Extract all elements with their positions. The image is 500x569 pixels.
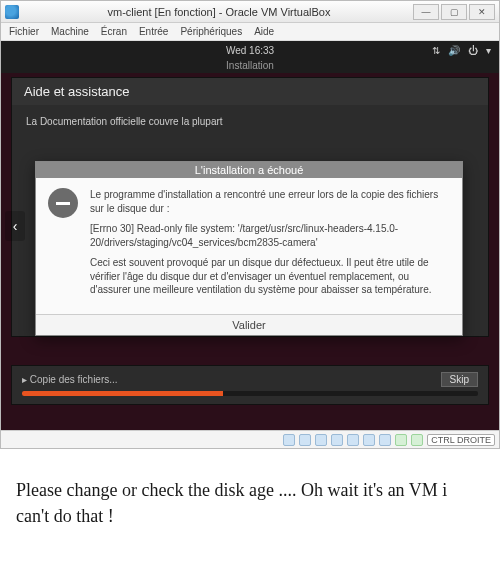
error-body: Le programme d'installation a rencontré … (36, 178, 462, 314)
virtualbox-icon (5, 5, 19, 19)
meme-caption: Please change or check the disk age ....… (0, 449, 500, 529)
menu-fichier[interactable]: Fichier (9, 26, 39, 37)
progress-fill (22, 391, 223, 396)
status-hdd-icon[interactable] (283, 434, 295, 446)
skip-button[interactable]: Skip (441, 372, 478, 387)
status-recording-icon[interactable] (395, 434, 407, 446)
window-title: vm-client [En fonction] - Oracle VM Virt… (25, 6, 413, 18)
status-usb-icon[interactable] (347, 434, 359, 446)
error-text: Le programme d'installation a rencontré … (90, 188, 450, 304)
host-key-indicator: CTRL DROITE (427, 434, 495, 446)
status-network-icon[interactable] (331, 434, 343, 446)
menu-peripheriques[interactable]: Périphériques (180, 26, 242, 37)
guest-display: Wed 16:33 ⇅ 🔊 ⏻ ▾ Installation Aide et a… (1, 41, 499, 431)
virtualbox-titlebar: vm-client [En fonction] - Oracle VM Virt… (1, 1, 499, 23)
maximize-button[interactable]: ▢ (441, 4, 467, 20)
system-menu-icon[interactable]: ▾ (486, 45, 491, 56)
gnome-top-bar: Wed 16:33 ⇅ 🔊 ⏻ ▾ (1, 41, 499, 59)
status-optical-icon[interactable] (299, 434, 311, 446)
expand-icon[interactable]: ▸ (22, 374, 27, 385)
menu-ecran[interactable]: Écran (101, 26, 127, 37)
status-cpu-icon[interactable] (411, 434, 423, 446)
error-line-2: [Errno 30] Read-only file system: '/targ… (90, 222, 450, 249)
copy-text: Copie des fichiers... (30, 374, 118, 385)
error-icon (48, 188, 78, 218)
network-icon[interactable]: ⇅ (432, 45, 440, 56)
error-dialog: L'installation a échoué Le programme d'i… (35, 161, 463, 336)
status-display-icon[interactable] (379, 434, 391, 446)
activity-label: Installation (1, 59, 499, 73)
close-button[interactable]: ✕ (469, 4, 495, 20)
virtualbox-menubar: Fichier Machine Écran Entrée Périphériqu… (1, 23, 499, 41)
error-title: L'installation a échoué (36, 162, 462, 178)
power-icon[interactable]: ⏻ (468, 45, 478, 56)
progress-bar (22, 391, 478, 396)
menu-machine[interactable]: Machine (51, 26, 89, 37)
status-audio-icon[interactable] (315, 434, 327, 446)
back-button[interactable]: ‹ (5, 211, 25, 241)
virtualbox-statusbar: CTRL DROITE (1, 430, 499, 448)
status-shared-icon[interactable] (363, 434, 375, 446)
error-line-3: Ceci est souvent provoqué par un disque … (90, 256, 450, 297)
error-line-1: Le programme d'installation a rencontré … (90, 188, 450, 215)
volume-icon[interactable]: 🔊 (448, 45, 460, 56)
clock[interactable]: Wed 16:33 (226, 45, 274, 56)
installer-body: La Documentation officielle couvre la pl… (12, 105, 488, 139)
installer-intro: La Documentation officielle couvre la pl… (26, 115, 474, 129)
validate-button[interactable]: Valider (36, 314, 462, 335)
installer-title: Aide et assistance (12, 78, 488, 105)
copy-label: ▸ Copie des fichiers... (22, 374, 118, 385)
minimize-button[interactable]: — (413, 4, 439, 20)
menu-entree[interactable]: Entrée (139, 26, 168, 37)
screenshot-frame: vm-client [En fonction] - Oracle VM Virt… (0, 0, 500, 449)
window-buttons: — ▢ ✕ (413, 4, 495, 20)
copy-progress-panel: ▸ Copie des fichiers... Skip (11, 365, 489, 405)
menu-aide[interactable]: Aide (254, 26, 274, 37)
